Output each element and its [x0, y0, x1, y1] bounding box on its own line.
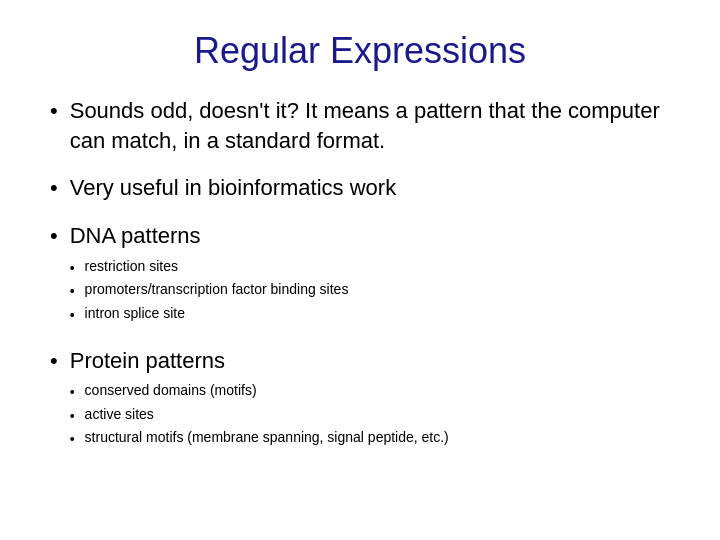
sub-bullet-text-3-2: promoters/transcription factor binding s… [85, 280, 349, 300]
sub-bullet-item-4-1: • conserved domains (motifs) [70, 381, 449, 401]
bullet-dot-4: • [50, 348, 58, 374]
sub-bullet-text-4-2: active sites [85, 405, 154, 425]
slide: Regular Expressions • Sounds odd, doesn'… [0, 0, 720, 540]
sub-bullet-text-4-3: structural motifs (membrane spanning, si… [85, 428, 449, 448]
sub-bullet-dot-3-2: • [70, 283, 75, 299]
bullet-text-4: Protein patterns [70, 348, 225, 373]
sub-bullet-item-3-3: • intron splice site [70, 304, 349, 324]
sub-bullet-item-4-2: • active sites [70, 405, 449, 425]
sub-bullet-dot-4-1: • [70, 384, 75, 400]
sub-bullet-dot-3-3: • [70, 307, 75, 323]
bullet-text-1: Sounds odd, doesn't it? It means a patte… [70, 96, 670, 155]
bullet-list: • Sounds odd, doesn't it? It means a pat… [50, 96, 670, 470]
sub-bullet-item-3-2: • promoters/transcription factor binding… [70, 280, 349, 300]
sub-bullet-dot-4-2: • [70, 408, 75, 424]
sub-bullet-text-3-3: intron splice site [85, 304, 185, 324]
bullet-item-1: • Sounds odd, doesn't it? It means a pat… [50, 96, 670, 155]
bullet-item-4: • Protein patterns • conserved domains (… [50, 346, 670, 452]
bullet-text-3: DNA patterns [70, 223, 201, 248]
sub-bullet-dot-3-1: • [70, 260, 75, 276]
bullet-dot-1: • [50, 98, 58, 124]
sub-bullet-item-3-1: • restriction sites [70, 257, 349, 277]
sub-list-4: • conserved domains (motifs) • active si… [70, 381, 449, 448]
sub-bullet-text-3-1: restriction sites [85, 257, 178, 277]
sub-list-3: • restriction sites • promoters/transcri… [70, 257, 349, 324]
sub-bullet-item-4-3: • structural motifs (membrane spanning, … [70, 428, 449, 448]
sub-bullet-text-4-1: conserved domains (motifs) [85, 381, 257, 401]
slide-title: Regular Expressions [50, 30, 670, 72]
bullet-item-3: • DNA patterns • restriction sites • pro… [50, 221, 670, 327]
bullet-dot-2: • [50, 175, 58, 201]
bullet-item-2: • Very useful in bioinformatics work [50, 173, 670, 203]
sub-bullet-dot-4-3: • [70, 431, 75, 447]
bullet-dot-3: • [50, 223, 58, 249]
bullet-text-2: Very useful in bioinformatics work [70, 173, 396, 203]
